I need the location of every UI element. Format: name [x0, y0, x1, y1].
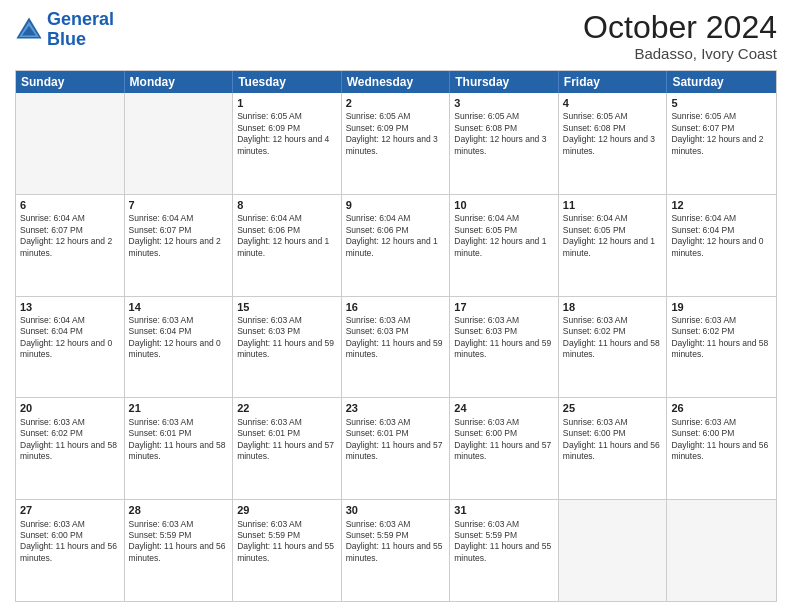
cal-cell: 29Sunrise: 6:03 AM Sunset: 5:59 PM Dayli…: [233, 500, 342, 601]
cal-cell: 28Sunrise: 6:03 AM Sunset: 5:59 PM Dayli…: [125, 500, 234, 601]
logo-icon: [15, 16, 43, 44]
cal-cell: 30Sunrise: 6:03 AM Sunset: 5:59 PM Dayli…: [342, 500, 451, 601]
cal-cell: 2Sunrise: 6:05 AM Sunset: 6:09 PM Daylig…: [342, 93, 451, 194]
day-info: Sunrise: 6:05 AM Sunset: 6:07 PM Dayligh…: [671, 111, 772, 157]
cal-cell: 6Sunrise: 6:04 AM Sunset: 6:07 PM Daylig…: [16, 195, 125, 296]
title-block: October 2024 Badasso, Ivory Coast: [583, 10, 777, 62]
day-number: 12: [671, 198, 772, 212]
day-info: Sunrise: 6:03 AM Sunset: 6:01 PM Dayligh…: [237, 417, 337, 463]
day-info: Sunrise: 6:03 AM Sunset: 6:00 PM Dayligh…: [454, 417, 554, 463]
day-number: 8: [237, 198, 337, 212]
cal-cell: 10Sunrise: 6:04 AM Sunset: 6:05 PM Dayli…: [450, 195, 559, 296]
week-row-4: 27Sunrise: 6:03 AM Sunset: 6:00 PM Dayli…: [16, 500, 776, 601]
day-info: Sunrise: 6:04 AM Sunset: 6:07 PM Dayligh…: [20, 213, 120, 259]
cal-cell: 13Sunrise: 6:04 AM Sunset: 6:04 PM Dayli…: [16, 297, 125, 398]
cal-cell: 12Sunrise: 6:04 AM Sunset: 6:04 PM Dayli…: [667, 195, 776, 296]
header-wednesday: Wednesday: [342, 71, 451, 93]
cal-cell: 22Sunrise: 6:03 AM Sunset: 6:01 PM Dayli…: [233, 398, 342, 499]
logo: General Blue: [15, 10, 114, 50]
week-row-1: 6Sunrise: 6:04 AM Sunset: 6:07 PM Daylig…: [16, 195, 776, 297]
cal-cell: 9Sunrise: 6:04 AM Sunset: 6:06 PM Daylig…: [342, 195, 451, 296]
day-number: 18: [563, 300, 663, 314]
day-info: Sunrise: 6:03 AM Sunset: 5:59 PM Dayligh…: [346, 519, 446, 565]
day-info: Sunrise: 6:03 AM Sunset: 6:01 PM Dayligh…: [346, 417, 446, 463]
day-info: Sunrise: 6:04 AM Sunset: 6:06 PM Dayligh…: [237, 213, 337, 259]
cal-cell: [559, 500, 668, 601]
cal-cell: [16, 93, 125, 194]
cal-cell: 15Sunrise: 6:03 AM Sunset: 6:03 PM Dayli…: [233, 297, 342, 398]
day-number: 19: [671, 300, 772, 314]
cal-cell: 8Sunrise: 6:04 AM Sunset: 6:06 PM Daylig…: [233, 195, 342, 296]
day-number: 23: [346, 401, 446, 415]
cal-cell: 20Sunrise: 6:03 AM Sunset: 6:02 PM Dayli…: [16, 398, 125, 499]
day-info: Sunrise: 6:03 AM Sunset: 6:03 PM Dayligh…: [346, 315, 446, 361]
day-info: Sunrise: 6:05 AM Sunset: 6:09 PM Dayligh…: [346, 111, 446, 157]
cal-cell: 27Sunrise: 6:03 AM Sunset: 6:00 PM Dayli…: [16, 500, 125, 601]
cal-cell: 23Sunrise: 6:03 AM Sunset: 6:01 PM Dayli…: [342, 398, 451, 499]
cal-cell: 21Sunrise: 6:03 AM Sunset: 6:01 PM Dayli…: [125, 398, 234, 499]
day-number: 20: [20, 401, 120, 415]
location: Badasso, Ivory Coast: [583, 45, 777, 62]
calendar: SundayMondayTuesdayWednesdayThursdayFrid…: [15, 70, 777, 602]
header-monday: Monday: [125, 71, 234, 93]
day-number: 28: [129, 503, 229, 517]
cal-cell: 16Sunrise: 6:03 AM Sunset: 6:03 PM Dayli…: [342, 297, 451, 398]
day-info: Sunrise: 6:04 AM Sunset: 6:05 PM Dayligh…: [454, 213, 554, 259]
week-row-2: 13Sunrise: 6:04 AM Sunset: 6:04 PM Dayli…: [16, 297, 776, 399]
week-row-3: 20Sunrise: 6:03 AM Sunset: 6:02 PM Dayli…: [16, 398, 776, 500]
day-number: 3: [454, 96, 554, 110]
month-title: October 2024: [583, 10, 777, 45]
day-number: 2: [346, 96, 446, 110]
cal-cell: 7Sunrise: 6:04 AM Sunset: 6:07 PM Daylig…: [125, 195, 234, 296]
day-info: Sunrise: 6:03 AM Sunset: 6:03 PM Dayligh…: [237, 315, 337, 361]
day-number: 15: [237, 300, 337, 314]
logo-line2: Blue: [47, 29, 86, 49]
day-info: Sunrise: 6:03 AM Sunset: 6:00 PM Dayligh…: [20, 519, 120, 565]
cal-cell: 31Sunrise: 6:03 AM Sunset: 5:59 PM Dayli…: [450, 500, 559, 601]
day-number: 21: [129, 401, 229, 415]
day-number: 14: [129, 300, 229, 314]
day-info: Sunrise: 6:04 AM Sunset: 6:05 PM Dayligh…: [563, 213, 663, 259]
day-info: Sunrise: 6:04 AM Sunset: 6:07 PM Dayligh…: [129, 213, 229, 259]
day-info: Sunrise: 6:03 AM Sunset: 6:00 PM Dayligh…: [563, 417, 663, 463]
day-number: 13: [20, 300, 120, 314]
day-info: Sunrise: 6:03 AM Sunset: 6:02 PM Dayligh…: [563, 315, 663, 361]
cal-cell: 26Sunrise: 6:03 AM Sunset: 6:00 PM Dayli…: [667, 398, 776, 499]
day-info: Sunrise: 6:03 AM Sunset: 6:02 PM Dayligh…: [671, 315, 772, 361]
cal-cell: [125, 93, 234, 194]
day-info: Sunrise: 6:05 AM Sunset: 6:09 PM Dayligh…: [237, 111, 337, 157]
day-info: Sunrise: 6:04 AM Sunset: 6:06 PM Dayligh…: [346, 213, 446, 259]
calendar-body: 1Sunrise: 6:05 AM Sunset: 6:09 PM Daylig…: [16, 93, 776, 601]
header-thursday: Thursday: [450, 71, 559, 93]
cal-cell: 19Sunrise: 6:03 AM Sunset: 6:02 PM Dayli…: [667, 297, 776, 398]
day-number: 10: [454, 198, 554, 212]
day-number: 16: [346, 300, 446, 314]
day-info: Sunrise: 6:05 AM Sunset: 6:08 PM Dayligh…: [454, 111, 554, 157]
logo-line1: General: [47, 9, 114, 29]
day-number: 17: [454, 300, 554, 314]
day-info: Sunrise: 6:03 AM Sunset: 6:04 PM Dayligh…: [129, 315, 229, 361]
day-info: Sunrise: 6:03 AM Sunset: 5:59 PM Dayligh…: [129, 519, 229, 565]
cal-cell: 5Sunrise: 6:05 AM Sunset: 6:07 PM Daylig…: [667, 93, 776, 194]
week-row-0: 1Sunrise: 6:05 AM Sunset: 6:09 PM Daylig…: [16, 93, 776, 195]
day-number: 30: [346, 503, 446, 517]
day-number: 7: [129, 198, 229, 212]
cal-cell: 3Sunrise: 6:05 AM Sunset: 6:08 PM Daylig…: [450, 93, 559, 194]
cal-cell: 25Sunrise: 6:03 AM Sunset: 6:00 PM Dayli…: [559, 398, 668, 499]
cal-cell: 18Sunrise: 6:03 AM Sunset: 6:02 PM Dayli…: [559, 297, 668, 398]
cal-cell: 17Sunrise: 6:03 AM Sunset: 6:03 PM Dayli…: [450, 297, 559, 398]
cal-cell: 24Sunrise: 6:03 AM Sunset: 6:00 PM Dayli…: [450, 398, 559, 499]
day-number: 25: [563, 401, 663, 415]
cal-cell: 14Sunrise: 6:03 AM Sunset: 6:04 PM Dayli…: [125, 297, 234, 398]
day-info: Sunrise: 6:03 AM Sunset: 6:00 PM Dayligh…: [671, 417, 772, 463]
day-number: 26: [671, 401, 772, 415]
day-info: Sunrise: 6:04 AM Sunset: 6:04 PM Dayligh…: [671, 213, 772, 259]
day-number: 24: [454, 401, 554, 415]
day-number: 5: [671, 96, 772, 110]
day-number: 4: [563, 96, 663, 110]
cal-cell: 4Sunrise: 6:05 AM Sunset: 6:08 PM Daylig…: [559, 93, 668, 194]
day-number: 31: [454, 503, 554, 517]
day-info: Sunrise: 6:03 AM Sunset: 5:59 PM Dayligh…: [237, 519, 337, 565]
header-sunday: Sunday: [16, 71, 125, 93]
page: General Blue October 2024 Badasso, Ivory…: [0, 0, 792, 612]
